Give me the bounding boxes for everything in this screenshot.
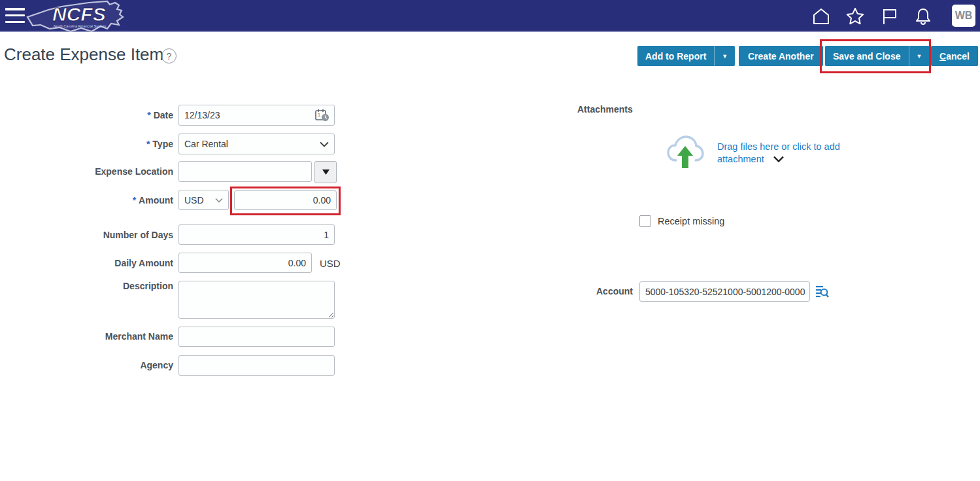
save-and-close-dropdown-arrow[interactable]: ▼ (909, 46, 930, 66)
cancel-button[interactable]: Cancel (931, 46, 978, 66)
save-and-close-button[interactable]: Save and Close (825, 46, 909, 66)
upload-cloud-icon[interactable] (666, 134, 705, 172)
flag-icon[interactable] (879, 7, 899, 26)
drag-files-line1: Drag files here or click to add (717, 141, 840, 152)
expense-location-label: Expense Location (16, 166, 173, 177)
avatar-initials: WB (955, 10, 973, 22)
cancel-label-initial: C (939, 51, 946, 62)
hamburger-menu-icon[interactable] (5, 8, 25, 23)
date-input[interactable] (178, 105, 335, 126)
drag-files-link[interactable]: Drag files here or click to add attachme… (717, 141, 854, 166)
daily-amount-currency-suffix: USD (320, 258, 341, 269)
cancel-label-rest: ancel (946, 51, 970, 62)
merchant-name-label: Merchant Name (16, 331, 173, 342)
number-of-days-label: Number of Days (16, 230, 173, 240)
home-icon[interactable] (811, 7, 831, 26)
type-label: *Type (16, 139, 173, 149)
account-label: Account (567, 286, 633, 296)
receipt-missing-label: Receipt missing (658, 216, 724, 226)
amount-label: *Amount (16, 195, 173, 205)
currency-select[interactable]: USD (178, 190, 229, 210)
attachments-section-label: Attachments (577, 104, 633, 115)
required-marker: * (133, 195, 136, 205)
chevron-down-icon (215, 198, 223, 203)
logo-text: NCFS (52, 3, 106, 25)
user-avatar[interactable]: WB (952, 5, 975, 27)
type-select[interactable]: Car Rental (178, 134, 335, 154)
number-of-days-input[interactable] (178, 224, 335, 245)
top-navbar (0, 0, 980, 32)
attachment-chevron-down-icon[interactable] (773, 156, 784, 162)
favorites-star-icon[interactable] (845, 7, 865, 26)
save-and-close-split-button: Save and Close ▼ (825, 46, 930, 66)
agency-input[interactable] (178, 355, 335, 376)
date-label: *Date (16, 110, 173, 120)
drag-files-line2: attachment (717, 154, 764, 164)
expense-location-dropdown-button[interactable] (314, 161, 337, 183)
currency-select-value: USD (184, 195, 215, 205)
page-title: Create Expense Item (4, 45, 163, 65)
add-to-report-dropdown-arrow[interactable]: ▼ (714, 46, 735, 66)
add-to-report-split-button: Add to Report ▼ (637, 46, 735, 66)
description-label: Description (16, 281, 173, 291)
account-segment-search-icon[interactable] (815, 284, 829, 300)
svg-text:1: 1 (318, 113, 320, 117)
dropdown-triangle-icon (322, 169, 329, 175)
receipt-missing-checkbox[interactable] (639, 215, 651, 227)
type-select-value: Car Rental (184, 139, 320, 149)
expense-location-input[interactable] (178, 161, 312, 182)
daily-amount-label: Daily Amount (16, 258, 173, 268)
notifications-bell-icon[interactable] (913, 7, 933, 26)
merchant-name-input[interactable] (178, 327, 335, 347)
required-marker: * (147, 110, 150, 120)
agency-label: Agency (16, 360, 173, 370)
amount-input[interactable] (234, 190, 337, 210)
create-another-button[interactable]: Create Another (739, 46, 823, 66)
required-marker: * (146, 139, 150, 149)
create-expense-item-page: NCFS North Carolina Financial System WB … (0, 0, 980, 481)
help-icon[interactable]: ? (161, 48, 177, 63)
chevron-down-icon (320, 141, 329, 147)
date-picker-icon[interactable]: 1 (315, 109, 329, 122)
logo-subtext: North Carolina Financial System (54, 24, 107, 28)
daily-amount-input[interactable] (178, 253, 312, 273)
ncfs-logo[interactable]: NCFS North Carolina Financial System (24, 0, 128, 39)
account-input[interactable] (639, 281, 810, 302)
description-textarea[interactable] (178, 281, 335, 319)
add-to-report-button[interactable]: Add to Report (637, 46, 714, 66)
